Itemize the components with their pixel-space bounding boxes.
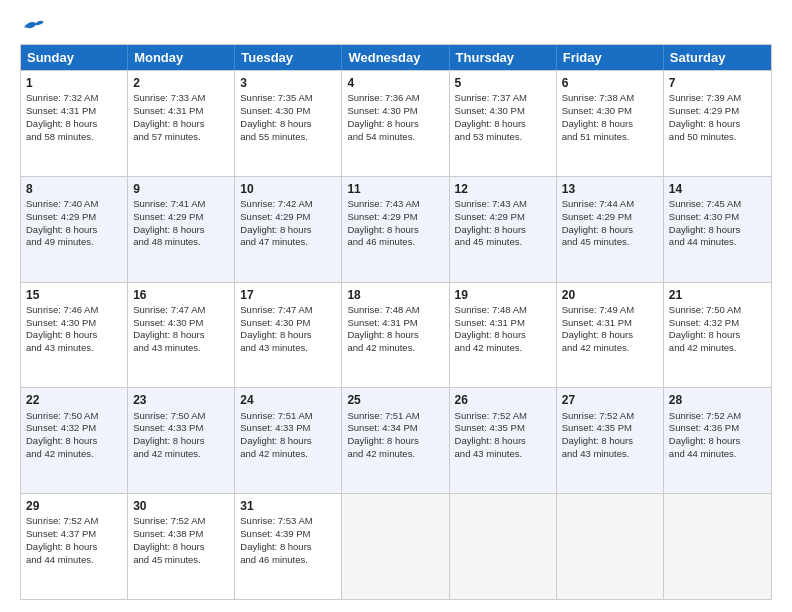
day-cell-8: 8Sunrise: 7:40 AMSunset: 4:29 PMDaylight… (21, 177, 128, 282)
header-day-wednesday: Wednesday (342, 45, 449, 70)
calendar: SundayMondayTuesdayWednesdayThursdayFrid… (20, 44, 772, 600)
day-cell-22: 22Sunrise: 7:50 AMSunset: 4:32 PMDayligh… (21, 388, 128, 493)
day-info: Sunrise: 7:50 AMSunset: 4:33 PMDaylight:… (133, 410, 205, 459)
day-info: Sunrise: 7:40 AMSunset: 4:29 PMDaylight:… (26, 198, 98, 247)
day-number: 12 (455, 181, 551, 197)
day-cell-7: 7Sunrise: 7:39 AMSunset: 4:29 PMDaylight… (664, 71, 771, 176)
day-info: Sunrise: 7:43 AMSunset: 4:29 PMDaylight:… (347, 198, 419, 247)
empty-cell-4-6 (664, 494, 771, 599)
day-info: Sunrise: 7:52 AMSunset: 4:35 PMDaylight:… (562, 410, 634, 459)
day-number: 31 (240, 498, 336, 514)
header-day-tuesday: Tuesday (235, 45, 342, 70)
day-cell-31: 31Sunrise: 7:53 AMSunset: 4:39 PMDayligh… (235, 494, 342, 599)
day-number: 26 (455, 392, 551, 408)
header-day-saturday: Saturday (664, 45, 771, 70)
day-cell-1: 1Sunrise: 7:32 AMSunset: 4:31 PMDaylight… (21, 71, 128, 176)
day-number: 30 (133, 498, 229, 514)
day-number: 17 (240, 287, 336, 303)
day-cell-25: 25Sunrise: 7:51 AMSunset: 4:34 PMDayligh… (342, 388, 449, 493)
day-info: Sunrise: 7:51 AMSunset: 4:34 PMDaylight:… (347, 410, 419, 459)
day-number: 11 (347, 181, 443, 197)
header-day-sunday: Sunday (21, 45, 128, 70)
day-cell-9: 9Sunrise: 7:41 AMSunset: 4:29 PMDaylight… (128, 177, 235, 282)
day-number: 13 (562, 181, 658, 197)
day-number: 3 (240, 75, 336, 91)
day-number: 8 (26, 181, 122, 197)
day-info: Sunrise: 7:32 AMSunset: 4:31 PMDaylight:… (26, 92, 98, 141)
calendar-row-5: 29Sunrise: 7:52 AMSunset: 4:37 PMDayligh… (21, 493, 771, 599)
day-number: 5 (455, 75, 551, 91)
day-number: 28 (669, 392, 766, 408)
day-cell-14: 14Sunrise: 7:45 AMSunset: 4:30 PMDayligh… (664, 177, 771, 282)
day-info: Sunrise: 7:46 AMSunset: 4:30 PMDaylight:… (26, 304, 98, 353)
day-number: 15 (26, 287, 122, 303)
day-cell-24: 24Sunrise: 7:51 AMSunset: 4:33 PMDayligh… (235, 388, 342, 493)
day-number: 23 (133, 392, 229, 408)
day-cell-3: 3Sunrise: 7:35 AMSunset: 4:30 PMDaylight… (235, 71, 342, 176)
day-number: 21 (669, 287, 766, 303)
day-number: 19 (455, 287, 551, 303)
day-info: Sunrise: 7:52 AMSunset: 4:37 PMDaylight:… (26, 515, 98, 564)
day-info: Sunrise: 7:47 AMSunset: 4:30 PMDaylight:… (240, 304, 312, 353)
day-cell-2: 2Sunrise: 7:33 AMSunset: 4:31 PMDaylight… (128, 71, 235, 176)
day-cell-27: 27Sunrise: 7:52 AMSunset: 4:35 PMDayligh… (557, 388, 664, 493)
day-info: Sunrise: 7:48 AMSunset: 4:31 PMDaylight:… (455, 304, 527, 353)
day-number: 22 (26, 392, 122, 408)
day-info: Sunrise: 7:52 AMSunset: 4:36 PMDaylight:… (669, 410, 741, 459)
day-cell-5: 5Sunrise: 7:37 AMSunset: 4:30 PMDaylight… (450, 71, 557, 176)
calendar-row-1: 1Sunrise: 7:32 AMSunset: 4:31 PMDaylight… (21, 70, 771, 176)
day-number: 4 (347, 75, 443, 91)
day-number: 14 (669, 181, 766, 197)
day-number: 2 (133, 75, 229, 91)
day-info: Sunrise: 7:50 AMSunset: 4:32 PMDaylight:… (26, 410, 98, 459)
day-info: Sunrise: 7:47 AMSunset: 4:30 PMDaylight:… (133, 304, 205, 353)
day-info: Sunrise: 7:49 AMSunset: 4:31 PMDaylight:… (562, 304, 634, 353)
day-info: Sunrise: 7:52 AMSunset: 4:35 PMDaylight:… (455, 410, 527, 459)
empty-cell-4-5 (557, 494, 664, 599)
day-number: 7 (669, 75, 766, 91)
header-day-thursday: Thursday (450, 45, 557, 70)
day-cell-17: 17Sunrise: 7:47 AMSunset: 4:30 PMDayligh… (235, 283, 342, 388)
day-info: Sunrise: 7:33 AMSunset: 4:31 PMDaylight:… (133, 92, 205, 141)
day-cell-30: 30Sunrise: 7:52 AMSunset: 4:38 PMDayligh… (128, 494, 235, 599)
day-number: 16 (133, 287, 229, 303)
day-number: 9 (133, 181, 229, 197)
day-cell-26: 26Sunrise: 7:52 AMSunset: 4:35 PMDayligh… (450, 388, 557, 493)
day-cell-6: 6Sunrise: 7:38 AMSunset: 4:30 PMDaylight… (557, 71, 664, 176)
day-cell-21: 21Sunrise: 7:50 AMSunset: 4:32 PMDayligh… (664, 283, 771, 388)
day-info: Sunrise: 7:37 AMSunset: 4:30 PMDaylight:… (455, 92, 527, 141)
day-number: 10 (240, 181, 336, 197)
calendar-row-4: 22Sunrise: 7:50 AMSunset: 4:32 PMDayligh… (21, 387, 771, 493)
day-info: Sunrise: 7:36 AMSunset: 4:30 PMDaylight:… (347, 92, 419, 141)
day-cell-12: 12Sunrise: 7:43 AMSunset: 4:29 PMDayligh… (450, 177, 557, 282)
logo (20, 18, 44, 36)
day-info: Sunrise: 7:42 AMSunset: 4:29 PMDaylight:… (240, 198, 312, 247)
day-cell-10: 10Sunrise: 7:42 AMSunset: 4:29 PMDayligh… (235, 177, 342, 282)
page: SundayMondayTuesdayWednesdayThursdayFrid… (0, 0, 792, 612)
day-cell-28: 28Sunrise: 7:52 AMSunset: 4:36 PMDayligh… (664, 388, 771, 493)
logo-bird-icon (22, 18, 44, 36)
day-cell-4: 4Sunrise: 7:36 AMSunset: 4:30 PMDaylight… (342, 71, 449, 176)
day-cell-23: 23Sunrise: 7:50 AMSunset: 4:33 PMDayligh… (128, 388, 235, 493)
header-day-friday: Friday (557, 45, 664, 70)
day-info: Sunrise: 7:38 AMSunset: 4:30 PMDaylight:… (562, 92, 634, 141)
day-number: 25 (347, 392, 443, 408)
day-info: Sunrise: 7:35 AMSunset: 4:30 PMDaylight:… (240, 92, 312, 141)
day-number: 20 (562, 287, 658, 303)
day-number: 24 (240, 392, 336, 408)
day-cell-13: 13Sunrise: 7:44 AMSunset: 4:29 PMDayligh… (557, 177, 664, 282)
calendar-row-3: 15Sunrise: 7:46 AMSunset: 4:30 PMDayligh… (21, 282, 771, 388)
day-cell-29: 29Sunrise: 7:52 AMSunset: 4:37 PMDayligh… (21, 494, 128, 599)
day-cell-20: 20Sunrise: 7:49 AMSunset: 4:31 PMDayligh… (557, 283, 664, 388)
day-info: Sunrise: 7:44 AMSunset: 4:29 PMDaylight:… (562, 198, 634, 247)
day-number: 18 (347, 287, 443, 303)
day-info: Sunrise: 7:51 AMSunset: 4:33 PMDaylight:… (240, 410, 312, 459)
header (20, 18, 772, 36)
day-info: Sunrise: 7:48 AMSunset: 4:31 PMDaylight:… (347, 304, 419, 353)
calendar-row-2: 8Sunrise: 7:40 AMSunset: 4:29 PMDaylight… (21, 176, 771, 282)
day-number: 1 (26, 75, 122, 91)
empty-cell-4-3 (342, 494, 449, 599)
header-day-monday: Monday (128, 45, 235, 70)
day-info: Sunrise: 7:41 AMSunset: 4:29 PMDaylight:… (133, 198, 205, 247)
day-info: Sunrise: 7:43 AMSunset: 4:29 PMDaylight:… (455, 198, 527, 247)
